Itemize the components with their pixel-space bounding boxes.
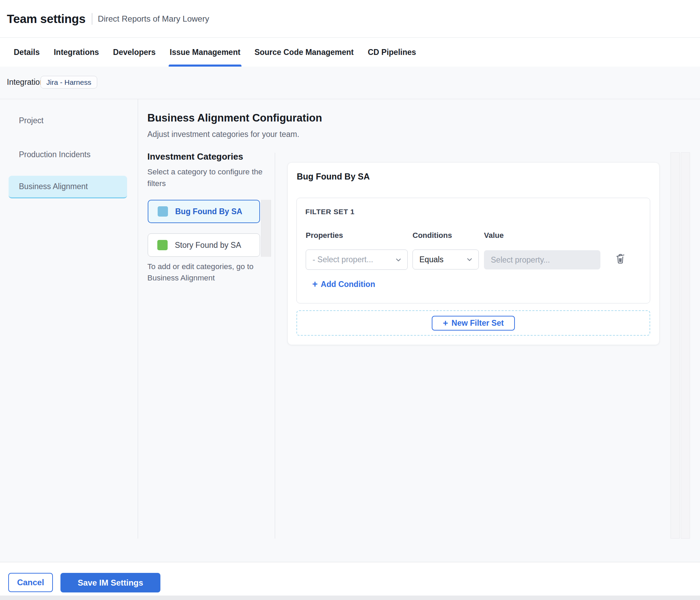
scrollbar-track-inner[interactable] <box>670 152 680 539</box>
properties-column-label: Properties <box>306 231 343 240</box>
trash-icon <box>614 253 626 264</box>
value-column-label: Value <box>484 231 504 240</box>
tab-integrations[interactable]: Integrations <box>54 38 99 67</box>
sidebar-item-label: Business Alignment <box>19 182 88 191</box>
category-button-story-found-by-sa[interactable]: Story Found by SA <box>148 233 260 257</box>
add-condition-label: Add Condition <box>321 280 375 289</box>
page-header: Team settings Direct Reports of Mary Low… <box>0 0 700 38</box>
page-subtitle: Direct Reports of Mary Lowery <box>98 14 209 24</box>
title-separator <box>92 13 92 25</box>
section-heading: Business Alignment Configuration <box>147 112 322 124</box>
conditions-select-value: Equals <box>419 255 443 264</box>
category-button-bug-found-by-sa[interactable]: Bug Found By SA <box>148 200 260 223</box>
sidebar-item-label: Project <box>19 116 44 125</box>
tab-developers[interactable]: Developers <box>113 38 156 67</box>
conditions-select[interactable]: Equals <box>413 250 479 269</box>
sidebar-item-business-alignment[interactable]: Business Alignment <box>9 176 127 198</box>
tab-details[interactable]: Details <box>14 38 39 67</box>
sidebar-item-project[interactable]: Project <box>9 109 127 132</box>
category-list-scrollbar-track[interactable] <box>261 200 271 257</box>
team-settings-page: Team settings Direct Reports of Mary Low… <box>0 0 700 600</box>
filter-config-card: Bug Found By SA FILTER SET 1 Properties … <box>287 162 659 345</box>
category-label: Bug Found By SA <box>175 207 242 216</box>
conditions-column-label: Conditions <box>413 231 452 240</box>
tab-issue-management[interactable]: Issue Management <box>170 38 240 67</box>
properties-select[interactable]: - Select propert... <box>306 250 408 270</box>
horizontal-scrollbar-track[interactable] <box>0 596 700 600</box>
settings-tab-bar: Details Integrations Developers Issue Ma… <box>0 38 700 67</box>
new-filter-set-label: New Filter Set <box>452 319 504 328</box>
new-filter-set-dropzone: + New Filter Set <box>296 310 650 336</box>
page-title: Team settings <box>7 12 86 26</box>
footer-action-bar: Cancel Save IM Settings <box>0 562 700 600</box>
investment-categories-description: Select a category to configure the filte… <box>147 166 268 189</box>
chevron-down-icon <box>466 256 473 263</box>
category-color-swatch <box>158 206 168 217</box>
sidebar-divider <box>138 99 138 539</box>
new-filter-set-button[interactable]: + New Filter Set <box>432 316 515 331</box>
tab-source-code-management[interactable]: Source Code Management <box>255 38 354 67</box>
cancel-button[interactable]: Cancel <box>8 573 53 592</box>
plus-icon: + <box>312 280 318 288</box>
sidebar-item-production-incidents[interactable]: Production Incidents <box>9 143 127 166</box>
plus-icon: + <box>443 319 448 327</box>
chevron-down-icon <box>395 256 402 263</box>
categories-divider <box>275 153 275 539</box>
filter-card-title: Bug Found By SA <box>297 172 370 182</box>
category-color-swatch <box>157 240 168 250</box>
content-top-divider <box>0 99 700 99</box>
value-input[interactable] <box>484 250 600 269</box>
filter-set-label: FILTER SET 1 <box>305 208 354 216</box>
investment-categories-heading: Investment Categories <box>147 151 243 162</box>
section-subheading: Adjust investment categories for your te… <box>147 130 299 139</box>
delete-condition-button[interactable] <box>613 252 627 265</box>
properties-select-placeholder: - Select propert... <box>313 255 373 264</box>
filter-set-box: FILTER SET 1 Properties Conditions Value… <box>296 198 650 303</box>
category-label: Story Found by SA <box>175 241 241 250</box>
integration-badge[interactable]: Jira - Harness <box>41 76 97 89</box>
tab-cd-pipelines[interactable]: CD Pipelines <box>368 38 416 67</box>
scrollbar-track-outer[interactable] <box>681 152 690 539</box>
save-im-settings-button[interactable]: Save IM Settings <box>60 573 160 592</box>
categories-note: To add or edit categories, go to Busines… <box>147 261 274 284</box>
sidebar-item-label: Production Incidents <box>19 150 90 159</box>
add-condition-link[interactable]: + Add Condition <box>312 280 375 289</box>
